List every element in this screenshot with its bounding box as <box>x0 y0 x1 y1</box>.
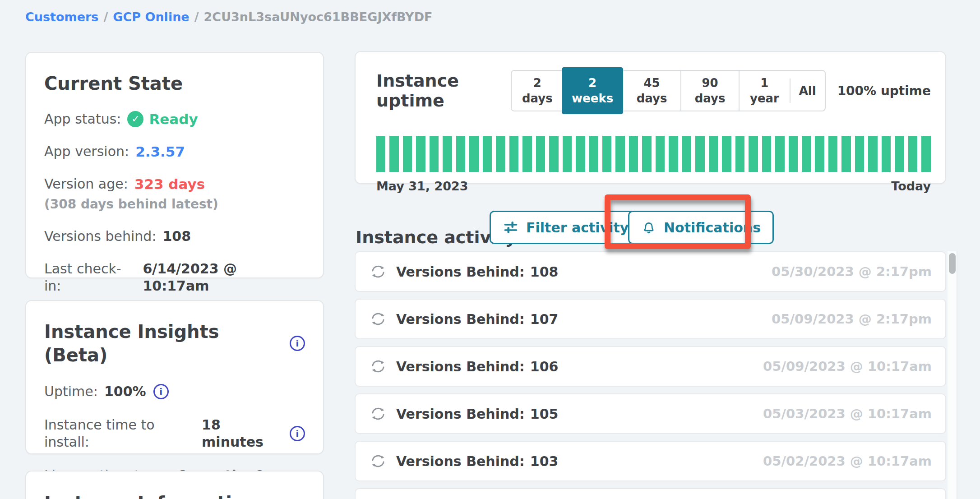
time-range-group: 2 days2 weeks45 days90 days1 yearAll <box>511 70 825 111</box>
app-version-value[interactable]: 2.3.57 <box>135 143 185 160</box>
activity-row: Versions Behind: 106 05/09/2023 @ 10:17a… <box>355 346 946 387</box>
last-checkin-value: 6/14/2023 @ 10:17am <box>143 260 305 295</box>
uptime-start-label: May 31, 2023 <box>376 179 468 193</box>
uptime-bar-chart <box>376 136 931 172</box>
activity-row-timestamp: 05/02/2023 @ 10:17am <box>763 453 932 469</box>
activity-row-label: Versions Behind: <box>396 264 525 280</box>
instance-detail-page: Customers/GCP Online/2CU3nL3saUNyoc61BBE… <box>0 0 980 499</box>
uptime-bar <box>376 136 385 172</box>
uptime-bar <box>895 136 904 172</box>
uptime-title: Instance uptime <box>376 71 511 111</box>
uptime-bar <box>855 136 864 172</box>
uptime-bar <box>656 136 665 172</box>
version-age-row: Version age: 323 days <box>44 176 305 193</box>
activity-row-timestamp: 05/03/2023 @ 10:17am <box>763 406 932 421</box>
uptime-bar <box>921 136 930 172</box>
uptime-bar <box>735 136 744 172</box>
uptime-bar <box>841 136 851 172</box>
uptime-end-label: Today <box>891 179 931 193</box>
filter-activity-button[interactable]: Filter activity <box>490 211 642 244</box>
activity-row-timestamp: 05/09/2023 @ 10:17am <box>763 359 932 374</box>
uptime-bar <box>762 136 771 172</box>
sync-icon <box>369 263 387 281</box>
range-button-45-days[interactable]: 45 days <box>622 71 680 111</box>
instance-insights-title: Instance Insights (Beta) i <box>44 320 305 367</box>
uptime-bar <box>536 136 545 172</box>
filter-activity-label: Filter activity <box>526 220 629 236</box>
uptime-bar <box>695 136 704 172</box>
version-age-value: 323 days <box>134 176 205 193</box>
insight-label: Instance time to install: <box>44 416 195 451</box>
uptime-bar <box>669 136 678 172</box>
instance-information-card: Instance Information <box>25 471 324 499</box>
activity-scrollbar-track[interactable] <box>948 251 957 499</box>
activity-row-value: 108 <box>530 264 559 280</box>
uptime-bar <box>602 136 611 172</box>
uptime-bar <box>775 136 784 172</box>
breadcrumb-link[interactable]: Customers <box>25 10 98 24</box>
range-button-1-year[interactable]: 1 year <box>739 71 790 111</box>
uptime-bar <box>522 136 532 172</box>
sync-icon <box>369 357 387 375</box>
instance-insights-title-text: Instance Insights (Beta) <box>44 320 282 367</box>
uptime-bar <box>430 136 439 172</box>
uptime-bar <box>682 136 691 172</box>
uptime-bar <box>868 136 877 172</box>
activity-row-partial <box>355 488 946 499</box>
sliders-icon <box>503 219 519 236</box>
range-button-2-days[interactable]: 2 days <box>512 71 563 111</box>
uptime-bar <box>882 136 891 172</box>
range-button-2-weeks[interactable]: 2 weeks <box>562 67 623 114</box>
uptime-bar <box>483 136 492 172</box>
uptime-bar <box>789 136 798 172</box>
uptime-bar <box>642 136 651 172</box>
app-status-label: App status: <box>44 111 121 128</box>
last-checkin-row: Last check-in: 6/14/2023 @ 10:17am <box>44 260 305 295</box>
current-state-title: Current State <box>44 72 305 95</box>
uptime-bar <box>563 136 572 172</box>
notifications-button[interactable]: Notifications <box>628 211 774 244</box>
uptime-bar <box>456 136 465 172</box>
sync-icon <box>369 405 387 423</box>
uptime-bar <box>802 136 811 172</box>
uptime-bar <box>496 136 505 172</box>
activity-row: Versions Behind: 108 05/30/2023 @ 2:17pm <box>355 251 946 292</box>
info-icon[interactable]: i <box>290 336 305 351</box>
insight-value: 18 minutes <box>202 416 282 451</box>
uptime-bar <box>815 136 824 172</box>
range-button-all[interactable]: All <box>790 79 825 103</box>
insight-label: Uptime: <box>44 383 98 400</box>
version-age-label: Version age: <box>44 176 128 193</box>
insight-value: 100% <box>104 383 146 400</box>
uptime-bar <box>549 136 558 172</box>
uptime-bar <box>509 136 518 172</box>
activity-row-timestamp: 05/30/2023 @ 2:17pm <box>772 264 932 279</box>
uptime-bar <box>469 136 478 172</box>
info-icon[interactable]: i <box>290 426 305 441</box>
app-status-value: Ready <box>149 111 198 128</box>
bell-icon <box>641 220 656 235</box>
versions-behind-value: 108 <box>163 228 191 245</box>
activity-row: Versions Behind: 103 05/02/2023 @ 10:17a… <box>355 441 946 481</box>
activity-row-value: 106 <box>530 359 559 374</box>
uptime-bar <box>749 136 758 172</box>
notifications-label: Notifications <box>664 220 761 236</box>
uptime-bar <box>443 136 452 172</box>
last-checkin-label: Last check-in: <box>44 260 137 295</box>
uptime-bar <box>589 136 598 172</box>
insight-row: Instance time to install: 18 minutes i <box>44 416 305 451</box>
activity-scrollbar-thumb[interactable] <box>949 253 956 274</box>
activity-row-label: Versions Behind: <box>396 406 525 422</box>
activity-row-value: 107 <box>530 311 559 327</box>
activity-row: Versions Behind: 107 05/09/2023 @ 2:17pm <box>355 299 946 339</box>
versions-behind-label: Versions behind: <box>44 228 157 245</box>
app-version-label: App version: <box>44 143 129 160</box>
info-icon[interactable]: i <box>153 384 169 399</box>
breadcrumb-link[interactable]: GCP Online <box>113 10 189 24</box>
range-button-90-days[interactable]: 90 days <box>680 71 739 111</box>
activity-row-label: Versions Behind: <box>396 311 525 327</box>
uptime-bar <box>629 136 638 172</box>
sync-icon <box>369 310 387 328</box>
activity-row-value: 105 <box>530 406 559 422</box>
activity-row: Versions Behind: 105 05/03/2023 @ 10:17a… <box>355 393 946 434</box>
